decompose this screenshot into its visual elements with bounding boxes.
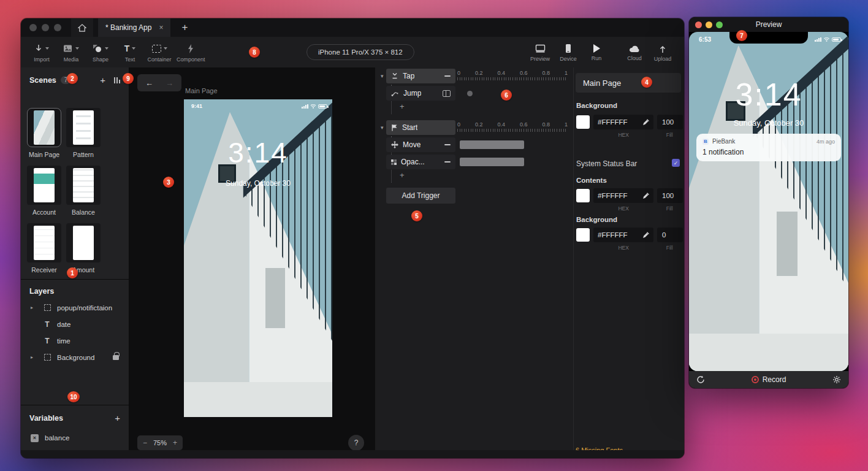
color-swatch[interactable] [576,228,590,242]
media-icon [63,44,73,53]
add-variable-button[interactable]: + [115,413,120,423]
run-button[interactable]: Run [582,39,611,66]
record-icon [752,376,759,383]
cloud-button[interactable]: Cloud [620,39,649,66]
back-button[interactable]: ← [145,78,153,88]
window-minimize-button[interactable] [42,24,49,31]
add-scene-button[interactable]: + [100,75,105,85]
scene-account[interactable]: Account [27,166,61,216]
battery-icon [318,104,327,109]
layer-background[interactable]: ▸ Background [21,349,129,366]
scene-pattern[interactable]: Pattern [66,108,101,158]
preview-lockscreen: 3:14 Sunday, October 30 [689,32,848,371]
opacity-duration-bar[interactable] [460,158,524,166]
remove-response-icon[interactable] [444,144,451,145]
upload-label: Upload [654,56,672,62]
layer-popup-notification[interactable]: ▸ popup/notifictaion [21,299,129,316]
collapse-start-caret[interactable]: ▾ [381,124,384,131]
artboard[interactable]: 3:14 Sunday, October 30 9:41 [184,99,332,417]
add-trigger-button[interactable]: Add Trigger [386,188,455,204]
eyedropper-icon[interactable] [642,119,649,126]
scene-amount[interactable]: Amount [66,223,101,274]
tab-banking-app[interactable]: * Banking App × [98,18,170,37]
trigger-start[interactable]: Start [386,120,455,135]
cloud-label: Cloud [627,55,642,61]
media-button[interactable]: Media [56,39,86,66]
target-scene-icon[interactable] [443,90,451,97]
text-button[interactable]: T Text [115,39,145,66]
notification-card[interactable]: B PieBank 4m ago 1 notification [696,134,841,161]
forward-button[interactable]: → [166,78,173,88]
container-button[interactable]: Container [145,39,174,66]
piebank-app-icon: B [702,139,709,145]
preview-button[interactable]: Preview [526,39,554,66]
zoom-out-button[interactable]: − [143,438,147,447]
hex-input[interactable]: #FFFFFF [593,228,653,242]
scene-name-field[interactable]: Main Page [576,73,681,93]
remove-response-icon[interactable] [444,161,451,163]
tab-close-icon[interactable]: × [159,23,163,32]
lockscreen-time[interactable]: 3:14 [184,136,332,169]
add-response-button[interactable]: + [400,170,405,180]
scene-balance[interactable]: Balance [66,166,101,216]
scene-layout-button[interactable] [114,77,120,83]
zoom-level[interactable]: 75% [153,439,167,446]
system-status-bar-checkbox[interactable]: ✓ [672,159,680,167]
window-close-button[interactable] [29,24,37,31]
layer-date[interactable]: T date [21,316,129,332]
scene-receiver[interactable]: Receiver [27,223,61,274]
scene-label: Balance [66,209,101,216]
preview-minimize-button[interactable] [706,21,712,28]
new-tab-button[interactable]: + [181,21,188,34]
hex-input[interactable]: #FFFFFF [593,115,653,129]
statusbar-time: 9:41 [191,103,202,109]
color-swatch[interactable] [576,115,590,129]
scene-label: Main Page [27,151,61,158]
interaction-panel: ▾ Tap Jump + ▾ Start Move [375,67,573,458]
variable-balance[interactable]: × balance [21,431,129,445]
scene-main-page[interactable]: Main Page [27,108,61,158]
lock-icon[interactable] [113,355,119,360]
layer-name: popup/notifictaion [57,304,112,312]
layer-time[interactable]: T time [21,332,129,349]
shape-button[interactable]: Shape [86,39,115,66]
help-button[interactable]: ? [348,435,364,451]
remove-trigger-icon[interactable] [444,75,451,77]
artboard-title[interactable]: Main Page [185,87,218,94]
lockscreen-date[interactable]: Sunday, October 30 [184,179,332,188]
fill-input[interactable]: 0 [657,228,683,242]
jump-keyframe-dot[interactable] [467,91,473,96]
move-icon [391,141,398,148]
response-move[interactable]: Move [386,137,455,152]
eyedropper-icon[interactable] [642,232,649,239]
trigger-tap[interactable]: Tap [386,69,455,83]
move-duration-bar[interactable] [460,140,524,149]
window-zoom-button[interactable] [54,24,61,31]
preview-close-button[interactable] [695,21,702,28]
lockscreen-artwork: 3:14 Sunday, October 30 9:41 [184,99,332,417]
device-button[interactable]: Device [554,39,582,66]
add-response-button[interactable]: + [400,102,405,111]
hex-input[interactable]: #FFFFFF [593,188,653,203]
fill-input[interactable]: 100 [657,115,683,129]
color-swatch[interactable] [576,189,590,202]
import-button[interactable]: Import [27,39,56,66]
collapse-tap-caret[interactable]: ▾ [381,73,384,79]
preview-screen[interactable]: 3:14 Sunday, October 30 6:53 B PieBank 4… [689,32,848,371]
scene-thumbnail [34,110,55,145]
fill-input[interactable]: 100 [657,188,683,203]
home-button[interactable] [71,18,93,37]
preview-zoom-button[interactable] [716,21,723,28]
eyedropper-icon[interactable] [642,193,649,199]
caret-right-icon[interactable]: ▸ [31,354,37,360]
shape-label: Shape [93,56,108,63]
record-button[interactable]: Record [689,375,848,384]
response-opacity[interactable]: Opac... [386,155,455,169]
caret-right-icon[interactable]: ▸ [31,305,37,310]
zoom-in-button[interactable]: + [173,438,177,447]
canvas[interactable]: ← → Main Page 3:14 Sunday, October 30 9:… [129,67,375,458]
upload-button[interactable]: Upload [649,39,677,66]
response-jump[interactable]: Jump [386,86,455,101]
component-button[interactable]: Component [174,39,208,66]
device-size-pill[interactable]: iPhone 11 Pro/X 375 × 812 [306,44,414,60]
